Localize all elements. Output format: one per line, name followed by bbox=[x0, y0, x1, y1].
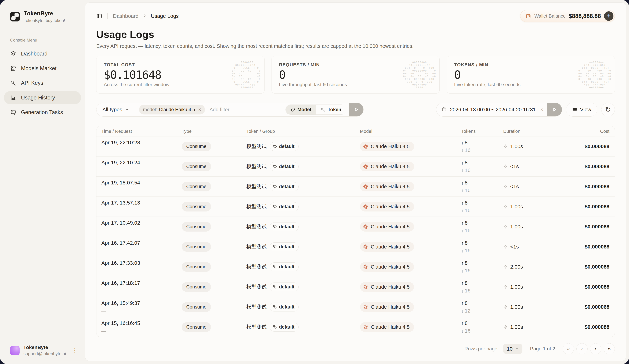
model-badge: Claude Haiku 4.5 bbox=[360, 202, 414, 211]
kebab-menu-icon[interactable]: ⋮ bbox=[70, 346, 80, 355]
group-name: 模型测试 bbox=[246, 203, 267, 210]
request-id-placeholder: — bbox=[101, 308, 182, 314]
sidebar-item-label: Dashboard bbox=[21, 51, 47, 57]
last-page-button[interactable]: » bbox=[604, 343, 615, 355]
type-badge: Consume bbox=[182, 202, 211, 211]
date-range-picker[interactable]: 2026-04-13 00:00 ~ 2026-04-20 16:31 × bbox=[436, 103, 562, 117]
apply-filter-button[interactable] bbox=[349, 103, 363, 116]
tokens-cell: ↑8 ↓16 bbox=[461, 320, 503, 334]
app-window: TokenByte TokenByte, buy token! Console … bbox=[0, 0, 629, 364]
lightning-icon bbox=[503, 325, 508, 329]
apply-date-button[interactable] bbox=[547, 103, 562, 116]
request-id-placeholder: — bbox=[101, 168, 182, 173]
segment-model[interactable]: Model bbox=[286, 105, 316, 114]
output-tokens: 16 bbox=[465, 228, 471, 233]
table-row[interactable]: Apr 16, 17:42:07 — Consume 模型测试 default bbox=[96, 237, 615, 257]
model-badge: Claude Haiku 4.5 bbox=[360, 182, 414, 191]
request-time: Apr 19, 22:10:28 bbox=[101, 140, 182, 146]
table-row[interactable]: Apr 19, 18:07:54 — Consume 模型测试 default bbox=[96, 177, 615, 196]
time-cell: Apr 16, 15:49:37 — bbox=[101, 300, 182, 314]
topbar: Dashboard Usage Logs Wallet Balance $888… bbox=[96, 10, 615, 22]
sidebar-item-generation-tasks[interactable]: Generation Tasks bbox=[4, 106, 81, 119]
sidebar-item-models-market[interactable]: Models Market bbox=[4, 62, 81, 75]
sidebar-item-api-keys[interactable]: API Keys bbox=[4, 77, 81, 90]
token-name: default bbox=[279, 324, 295, 330]
segment-label: Token bbox=[327, 107, 341, 112]
chevron-left-icon: ‹ bbox=[581, 346, 583, 352]
cost-value: $0.000088 bbox=[556, 244, 610, 250]
request-id-placeholder: — bbox=[101, 268, 182, 273]
stat-label: TOTAL COST bbox=[104, 62, 257, 68]
type-select[interactable]: All types bbox=[102, 107, 122, 112]
wallet-icon bbox=[526, 13, 531, 19]
arrow-down-icon: ↓ bbox=[461, 308, 464, 314]
calendar-icon bbox=[442, 107, 450, 112]
request-time: Apr 19, 18:07:54 bbox=[101, 180, 182, 186]
claude-starburst-icon bbox=[363, 224, 368, 229]
refresh-icon: ↻ bbox=[605, 105, 611, 114]
duration-cell: 1.00s bbox=[503, 284, 556, 290]
page-info: Page 1 of 2 bbox=[530, 346, 555, 352]
sidebar-item-usage-history[interactable]: Usage History bbox=[4, 91, 81, 104]
remove-filter-icon[interactable]: × bbox=[198, 107, 201, 112]
chevron-down-icon bbox=[515, 347, 519, 351]
claude-starburst-icon bbox=[363, 284, 368, 289]
duration-value: 1.00s bbox=[510, 143, 523, 149]
add-filter-input[interactable]: Add filter... bbox=[209, 107, 286, 112]
lightning-icon bbox=[503, 244, 508, 249]
col-header-token-group: Token / Group bbox=[246, 129, 360, 134]
rows-per-page-value: 10 bbox=[507, 346, 512, 352]
table-row[interactable]: Apr 16, 17:33:03 — Consume 模型测试 default bbox=[96, 257, 615, 277]
sidebar-item-dashboard[interactable]: Dashboard bbox=[4, 47, 81, 60]
sidebar-user[interactable]: TokenByte support@tokenbyte.ai ⋮ bbox=[4, 345, 81, 356]
double-chevron-left-icon: « bbox=[567, 346, 570, 352]
next-page-button[interactable]: › bbox=[590, 343, 601, 355]
rows-per-page-select[interactable]: 10 bbox=[503, 344, 522, 354]
token-name: default bbox=[279, 264, 295, 270]
table-header-row: Time / Request Type Token / Group Model … bbox=[96, 126, 615, 136]
view-options-button[interactable]: View bbox=[566, 103, 597, 117]
token-name: default bbox=[279, 204, 295, 209]
segment-label: Model bbox=[297, 107, 311, 112]
table-row[interactable]: Apr 16, 17:18:17 — Consume 模型测试 default bbox=[96, 277, 615, 297]
duration-value: 1.00s bbox=[510, 324, 523, 330]
page-title: Usage Logs bbox=[96, 28, 615, 40]
filter-chip-model[interactable]: model: Claude Haiku 4.5 × bbox=[139, 105, 205, 114]
request-time: Apr 16, 17:18:17 bbox=[101, 280, 182, 286]
clear-date-icon[interactable]: × bbox=[540, 107, 543, 112]
sidebar-item-label: Generation Tasks bbox=[21, 109, 63, 115]
wallet-balance-pill[interactable]: Wallet Balance $888,888.88 + bbox=[520, 10, 615, 22]
table-row[interactable]: Apr 17, 13:57:13 — Consume 模型测试 default bbox=[96, 196, 615, 217]
table-row[interactable]: Apr 19, 22:10:28 — Consume 模型测试 default bbox=[96, 136, 615, 156]
model-name: Claude Haiku 4.5 bbox=[371, 264, 410, 270]
table-body: Apr 19, 22:10:28 — Consume 模型测试 default bbox=[96, 136, 615, 337]
table-row[interactable]: Apr 19, 22:10:24 — Consume 模型测试 default bbox=[96, 156, 615, 177]
sidebar-item-label: Usage History bbox=[21, 94, 55, 101]
output-tokens: 16 bbox=[465, 328, 471, 334]
refresh-button[interactable]: ↻ bbox=[601, 103, 615, 116]
layers-icon bbox=[10, 51, 16, 57]
group-name: 模型测试 bbox=[246, 303, 267, 310]
claude-starburst-icon bbox=[363, 144, 368, 149]
model-name: Claude Haiku 4.5 bbox=[371, 164, 410, 170]
chevron-down-icon[interactable] bbox=[122, 107, 129, 112]
prev-page-button[interactable]: ‹ bbox=[576, 343, 588, 355]
arrow-down-icon: ↓ bbox=[461, 288, 464, 293]
breadcrumb-parent[interactable]: Dashboard bbox=[113, 13, 139, 19]
first-page-button[interactable]: « bbox=[563, 343, 574, 355]
duration-value: 1.00s bbox=[510, 304, 523, 310]
table-row[interactable]: Apr 15, 16:16:45 — Consume 模型测试 default bbox=[96, 317, 615, 337]
duration-cell: 1.00s bbox=[503, 143, 556, 149]
tokens-cell: ↑8 ↓16 bbox=[461, 240, 503, 254]
page-subtitle: Every API request — latency, token count… bbox=[96, 43, 615, 49]
filter-input-group: All types model: Claude Haiku 4.5 × Add … bbox=[96, 103, 364, 117]
sidebar-toggle-button[interactable] bbox=[96, 13, 102, 19]
duration-cell: 1.00s bbox=[503, 304, 556, 310]
top-up-button[interactable]: + bbox=[604, 11, 614, 21]
segment-token[interactable]: Token bbox=[316, 105, 346, 114]
type-badge: Consume bbox=[182, 222, 211, 232]
table-row[interactable]: Apr 17, 10:49:02 — Consume 模型测试 default bbox=[96, 217, 615, 237]
input-tokens: 8 bbox=[465, 280, 468, 286]
lightning-icon bbox=[503, 284, 508, 289]
table-row[interactable]: Apr 16, 15:49:37 — Consume 模型测试 default bbox=[96, 297, 615, 317]
